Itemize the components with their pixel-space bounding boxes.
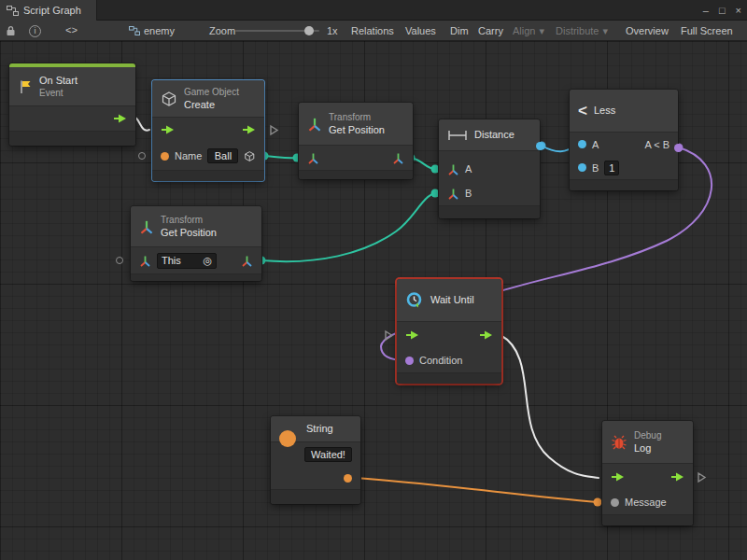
condition-input-port[interactable]: [405, 357, 414, 365]
node-footer: [439, 205, 540, 218]
unconnected-input-stub[interactable]: [138, 152, 146, 160]
script-graph-icon: [7, 6, 19, 16]
flow-output-port[interactable]: [113, 114, 127, 123]
node-subtitle: Event: [39, 87, 78, 99]
graph-asset-reference[interactable]: enemy: [129, 21, 175, 41]
transform-icon: [139, 219, 154, 234]
graph-asset-icon: [129, 26, 140, 35]
position-output-port[interactable]: [241, 255, 253, 267]
node-header: Wait Until: [397, 279, 501, 322]
vector-a-input-port[interactable]: [447, 163, 459, 175]
node-footer: [9, 131, 135, 146]
transform-input-port[interactable]: [307, 152, 319, 164]
node-title: Less: [594, 104, 615, 117]
edge-waituntil-to-debuglog[interactable]: [500, 335, 599, 478]
full-screen-button[interactable]: Full Screen: [681, 21, 733, 41]
unconnected-flow-stub[interactable]: [269, 124, 279, 136]
zoom-value: 1x: [327, 21, 338, 41]
align-dropdown[interactable]: Align ▾: [513, 21, 544, 41]
port-label: Name: [175, 150, 202, 161]
distribute-dropdown[interactable]: Distribute ▾: [556, 21, 608, 41]
unconnected-flow-stub[interactable]: [384, 329, 394, 342]
info-icon[interactable]: i: [29, 21, 41, 41]
message-input-port[interactable]: [611, 498, 619, 507]
unconnected-input-stub[interactable]: [116, 257, 123, 264]
relations-button[interactable]: Relations: [351, 21, 394, 41]
node-header: Distance: [439, 119, 540, 151]
string-value-field[interactable]: Waited!: [304, 447, 352, 462]
name-input-port[interactable]: [161, 152, 169, 161]
unconnected-flow-stub[interactable]: [697, 471, 707, 483]
graph-asset-name: enemy: [144, 25, 175, 36]
distance-ruler-icon: [447, 130, 468, 141]
flow-output-port[interactable]: [670, 472, 684, 482]
minimize-button[interactable]: –: [703, 0, 709, 21]
close-button[interactable]: ×: [736, 0, 741, 21]
node-subtitle: Get Position: [161, 226, 217, 239]
vector-b-input-port[interactable]: [447, 188, 459, 200]
node-string-literal[interactable]: String Waited!: [271, 416, 360, 504]
node-wait-until[interactable]: Wait Until Condition: [397, 279, 501, 384]
node-title: Wait Until: [430, 293, 474, 306]
maximize-button[interactable]: □: [719, 0, 726, 21]
name-value-field[interactable]: Ball: [207, 148, 238, 163]
node-title: Transform: [329, 111, 385, 123]
zoom-slider[interactable]: [235, 21, 319, 41]
position-output-port[interactable]: [392, 152, 404, 164]
edge-string-to-debuglog[interactable]: [355, 478, 598, 502]
port-label: A: [592, 139, 599, 150]
node-subtitle: Get Position: [329, 123, 385, 136]
flag-icon: [18, 79, 33, 94]
target-selector[interactable]: This ◎: [157, 253, 217, 269]
string-output-port[interactable]: [344, 474, 352, 483]
code-view-button[interactable]: <>: [65, 21, 78, 41]
node-get-position-left[interactable]: Transform Get Position This ◎: [131, 206, 261, 281]
tab-script-graph[interactable]: Script Graph: [0, 0, 97, 21]
lock-icon[interactable]: [6, 21, 16, 41]
carry-button[interactable]: Carry: [478, 21, 503, 41]
overview-button[interactable]: Overview: [626, 21, 669, 41]
target-icon: ◎: [203, 255, 212, 267]
b-value-field[interactable]: 1: [604, 161, 619, 175]
game-object-output-port[interactable]: [244, 150, 256, 162]
result-output-port[interactable]: [674, 144, 683, 152]
graph-canvas[interactable]: On Start Event Game Object Create: [0, 41, 747, 560]
node-get-position-top[interactable]: Transform Get Position: [299, 103, 413, 179]
zoom-label: Zoom: [209, 21, 235, 41]
node-header: Transform Get Position: [131, 206, 261, 247]
a-input-port[interactable]: [578, 140, 586, 148]
values-button[interactable]: Values: [405, 21, 436, 41]
node-on-start-event[interactable]: On Start Event: [9, 63, 135, 146]
flow-output-port[interactable]: [242, 125, 256, 134]
dim-button[interactable]: Dim: [450, 21, 469, 41]
transform-icon: [307, 117, 322, 132]
node-less[interactable]: < Less A A < B B 1: [570, 90, 678, 190]
port-label: Message: [625, 497, 667, 508]
titlebar: Script Graph – □ ×: [0, 0, 747, 21]
chevron-down-icon: ▾: [602, 25, 608, 37]
flow-input-port[interactable]: [611, 472, 625, 482]
node-footer: [299, 170, 413, 179]
port-label: B: [465, 188, 472, 199]
node-header: < Less: [570, 90, 678, 133]
node-footer: [131, 273, 261, 281]
distance-output-port[interactable]: [536, 142, 544, 150]
flow-output-port[interactable]: [479, 330, 493, 340]
wait-clock-icon: [405, 291, 424, 310]
edge-getposition-to-distance-b[interactable]: [261, 193, 435, 261]
node-header: Transform Get Position: [299, 103, 413, 146]
node-debug-log[interactable]: Debug Log Message: [602, 421, 693, 525]
node-create-game-object[interactable]: Game Object Create Name Ball: [152, 80, 264, 181]
flow-input-port[interactable]: [405, 330, 419, 340]
zoom-slider-thumb[interactable]: [304, 26, 314, 35]
flow-input-port[interactable]: [161, 125, 175, 134]
transform-input-port[interactable]: [139, 255, 151, 267]
chevron-down-icon: ▾: [539, 25, 544, 37]
node-distance[interactable]: Distance A B: [439, 119, 540, 218]
node-footer: [152, 170, 264, 181]
window-controls: – □ ×: [703, 0, 741, 21]
b-input-port[interactable]: [578, 163, 586, 172]
edge-create-to-getposition[interactable]: [264, 156, 297, 158]
port-label: A: [465, 163, 472, 175]
node-footer: [397, 372, 501, 384]
